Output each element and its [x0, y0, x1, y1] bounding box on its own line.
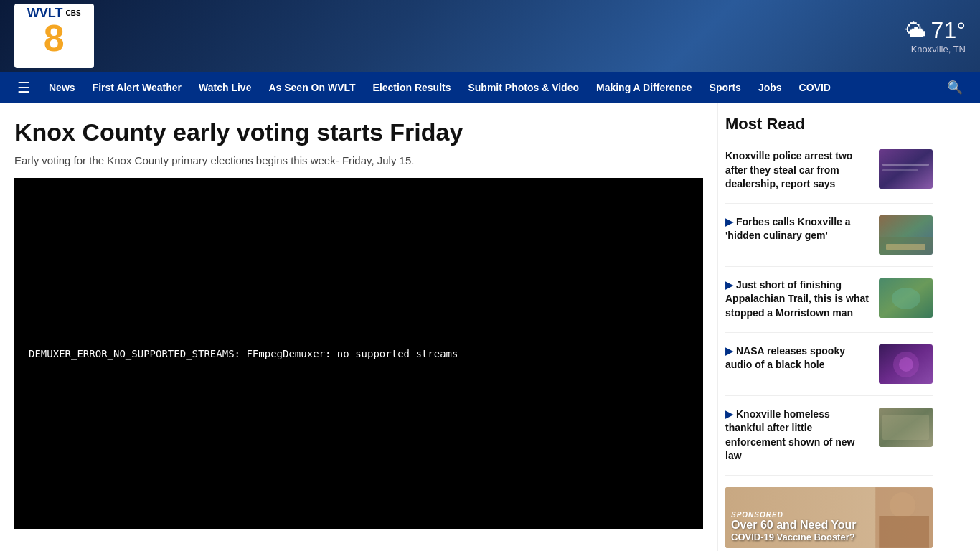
sponsored-label-text: SPONSORED	[731, 511, 857, 519]
most-read-item-2-image	[879, 215, 933, 255]
most-read-item-1[interactable]: Knoxville police arrest two after they s…	[725, 149, 933, 204]
logo-cbs-text: CBS	[66, 9, 81, 17]
weather-location: Knoxville, TN	[911, 44, 966, 55]
most-read-item-5[interactable]: ▶Knoxville homeless thankful after littl…	[725, 408, 933, 476]
video-error-message: DEMUXER_ERROR_NO_SUPPORTED_STREAMS: FFmp…	[29, 348, 458, 359]
logo-box: WVLT CBS 8 KNOXVILLE, TN	[14, 4, 94, 68]
logo-inner: WVLT CBS 8 KNOXVILLE, TN	[20, 6, 88, 65]
most-read-item-5-image	[879, 408, 933, 447]
svg-rect-16	[879, 516, 929, 548]
main-content: Knox County early voting starts Friday E…	[0, 103, 980, 551]
svg-rect-12	[882, 415, 929, 440]
nav-item-making-difference[interactable]: Making A Difference	[588, 72, 701, 103]
most-read-item-3-text: ▶Just short of finishing Appalachian Tra…	[725, 278, 872, 321]
svg-point-10	[899, 357, 913, 372]
nav-item-jobs[interactable]: Jobs	[750, 72, 791, 103]
weather-area: 🌥 71° Knoxville, TN	[905, 17, 966, 55]
most-read-item-3-image	[879, 278, 933, 318]
svg-rect-0	[879, 149, 933, 189]
weather-temp-row: 🌥 71°	[905, 17, 966, 44]
svg-rect-5	[886, 244, 925, 250]
nav-bar: ☰ News First Alert Weather Watch Live As…	[0, 72, 980, 103]
logo-knoxville-text: KNOXVILLE, TN	[20, 58, 88, 65]
sponsored-ad[interactable]: SPONSORED Over 60 and Need Your COVID-19…	[725, 487, 933, 548]
nav-item-submit[interactable]: Submit Photos & Video	[459, 72, 588, 103]
article-subtitle: Early voting for the Knox County primary…	[14, 154, 703, 166]
video-player[interactable]: DEMUXER_ERROR_NO_SUPPORTED_STREAMS: FFmp…	[14, 178, 703, 529]
most-read-item-1-text: Knoxville police arrest two after they s…	[725, 149, 872, 192]
sidebar: Most Read Knoxville police arrest two af…	[717, 103, 940, 551]
article-area: Knox County early voting starts Friday E…	[0, 103, 717, 551]
nav-item-news[interactable]: News	[40, 72, 84, 103]
most-read-item-4[interactable]: ▶NASA releases spooky audio of a black h…	[725, 344, 933, 396]
sponsored-subtext: COVID-19 Vaccine Booster?	[731, 532, 857, 542]
site-header: WVLT CBS 8 KNOXVILLE, TN 🌥 71° Knoxville…	[0, 0, 980, 72]
weather-icon: 🌥	[905, 19, 925, 42]
nav-item-election[interactable]: Election Results	[364, 72, 460, 103]
nav-item-as-seen[interactable]: As Seen On WVLT	[260, 72, 364, 103]
most-read-item-4-text: ▶NASA releases spooky audio of a black h…	[725, 344, 872, 384]
most-read-item-1-image	[879, 149, 933, 189]
article-title: Knox County early voting starts Friday	[14, 118, 703, 147]
most-read-item-4-image	[879, 344, 933, 384]
weather-temp: 71°	[931, 17, 966, 44]
most-read-item-2[interactable]: ▶Forbes calls Knoxville a 'hidden culina…	[725, 215, 933, 267]
most-read-item-5-text: ▶Knoxville homeless thankful after littl…	[725, 408, 872, 463]
svg-rect-2	[882, 169, 918, 171]
svg-point-15	[890, 492, 915, 518]
most-read-item-2-text: ▶Forbes calls Knoxville a 'hidden culina…	[725, 215, 872, 255]
svg-point-7	[892, 288, 920, 309]
nav-item-sports[interactable]: Sports	[701, 72, 750, 103]
sponsored-headline: Over 60 and Need Your	[731, 519, 857, 532]
nav-item-covid[interactable]: COVID	[791, 72, 839, 103]
logo-8-text: 8	[44, 19, 65, 57]
logo-area: WVLT CBS 8 KNOXVILLE, TN	[14, 4, 94, 68]
most-read-heading: Most Read	[725, 115, 933, 139]
svg-rect-1	[882, 164, 929, 166]
hamburger-menu-button[interactable]: ☰	[7, 79, 40, 96]
most-read-item-3[interactable]: ▶Just short of finishing Appalachian Tra…	[725, 278, 933, 333]
sponsored-image: SPONSORED Over 60 and Need Your COVID-19…	[725, 487, 933, 548]
nav-item-watch-live[interactable]: Watch Live	[190, 72, 260, 103]
nav-item-weather[interactable]: First Alert Weather	[84, 72, 190, 103]
search-button[interactable]: 🔍	[937, 80, 973, 95]
